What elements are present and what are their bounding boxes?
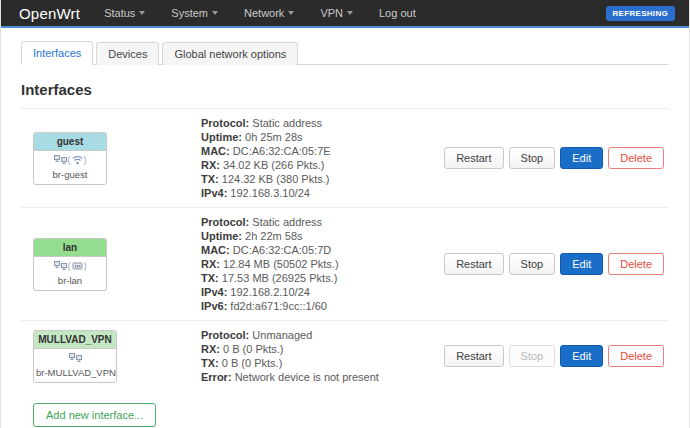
- section-tabs: Interfaces Devices Global network option…: [21, 40, 669, 65]
- interface-name: lan: [34, 239, 106, 257]
- tab-devices[interactable]: Devices: [96, 42, 159, 65]
- interface-details: Protocol: Static address Uptime: 2h 22m …: [201, 215, 444, 313]
- chevron-down-icon: [288, 11, 294, 15]
- interface-device-name: br-lan: [36, 275, 104, 286]
- interface-device-name: br-MULLVAD_VPN: [36, 367, 114, 378]
- ethernet-icon: [72, 262, 83, 271]
- openwrt-luci-page: OpenWrt Status System Network VPN Log ou…: [0, 0, 690, 428]
- interface-row-guest: guest ( ): [21, 109, 669, 208]
- brand-logo: OpenWrt: [19, 5, 80, 22]
- tab-interfaces[interactable]: Interfaces: [21, 41, 93, 65]
- menu-vpn[interactable]: VPN: [320, 7, 353, 19]
- top-navbar: OpenWrt Status System Network VPN Log ou…: [1, 0, 689, 28]
- interface-tile-lan: lan ( ) br-lan: [33, 238, 107, 291]
- chevron-down-icon: [347, 11, 353, 15]
- delete-button[interactable]: Delete: [608, 253, 664, 275]
- interface-details: Protocol: Unmanaged RX: 0 B (0 Pkts.) TX…: [201, 328, 444, 384]
- menu-logout[interactable]: Log out: [379, 7, 416, 19]
- interface-tile-guest: guest ( ): [33, 132, 107, 185]
- bridge-icon: [54, 261, 67, 271]
- stop-button[interactable]: Stop: [509, 147, 556, 169]
- add-new-interface-button[interactable]: Add new interface...: [33, 403, 156, 427]
- interface-row-mullvad-vpn: MULLVAD_VPN br-MULLVAD_VPN Protocol: Unm…: [21, 321, 669, 391]
- menu-network[interactable]: Network: [244, 7, 294, 19]
- wifi-icon: [72, 155, 83, 165]
- restart-button[interactable]: Restart: [444, 253, 503, 275]
- restart-button[interactable]: Restart: [444, 345, 503, 367]
- interface-row-lan: lan ( ) br-lan: [21, 208, 669, 321]
- delete-button[interactable]: Delete: [608, 345, 664, 367]
- restart-button[interactable]: Restart: [444, 147, 503, 169]
- interface-name: MULLVAD_VPN: [34, 331, 116, 349]
- edit-button[interactable]: Edit: [560, 345, 603, 367]
- interface-details: Protocol: Static address Uptime: 0h 25m …: [201, 116, 444, 200]
- chevron-down-icon: [139, 11, 145, 15]
- stop-button[interactable]: Stop: [509, 345, 556, 367]
- bridge-icon: [54, 155, 67, 165]
- edit-button[interactable]: Edit: [560, 253, 603, 275]
- main-menu: Status System Network VPN Log out: [104, 7, 605, 19]
- menu-status[interactable]: Status: [104, 7, 145, 19]
- interface-name: guest: [34, 133, 106, 151]
- tunnel-icon: [69, 353, 82, 363]
- refreshing-toggle-badge[interactable]: REFRESHING: [606, 6, 675, 21]
- stop-button[interactable]: Stop: [509, 253, 556, 275]
- chevron-down-icon: [212, 11, 218, 15]
- page-title: Interfaces: [21, 81, 669, 98]
- interface-tile-mullvad-vpn: MULLVAD_VPN br-MULLVAD_VPN: [33, 330, 117, 383]
- menu-system[interactable]: System: [171, 7, 218, 19]
- interface-device-name: br-guest: [36, 169, 104, 180]
- tab-global-network-options[interactable]: Global network options: [162, 42, 298, 65]
- edit-button[interactable]: Edit: [560, 147, 603, 169]
- delete-button[interactable]: Delete: [608, 147, 664, 169]
